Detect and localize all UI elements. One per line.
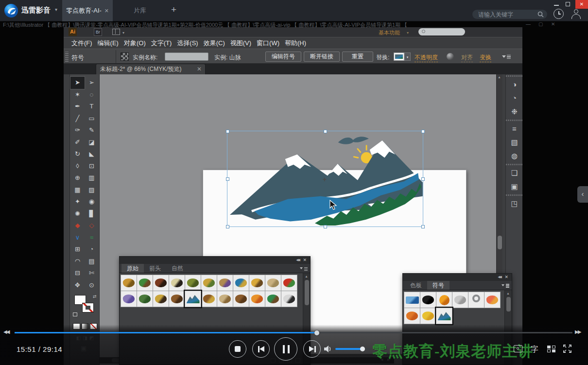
slice-tool[interactable]: ⊟: [70, 267, 85, 279]
arrange-documents-icon[interactable]: [112, 29, 120, 35]
selection-handle[interactable]: [421, 177, 425, 181]
color-panel-icon[interactable]: ◑: [506, 78, 522, 91]
symbol-orange-orb[interactable]: [436, 292, 452, 308]
progress-bar[interactable]: [15, 332, 572, 333]
chevron-down-icon[interactable]: ▾: [407, 31, 409, 35]
document-close-icon[interactable]: ✕: [197, 64, 202, 74]
swap-fill-stroke-icon[interactable]: ⇄: [93, 294, 97, 299]
reset-button[interactable]: 重置: [342, 52, 373, 62]
break-link-button[interactable]: 断开链接: [304, 52, 340, 62]
knife-tool[interactable]: ✄: [85, 267, 99, 279]
menu-file[interactable]: 文件(F): [71, 39, 92, 48]
fullscreen-button[interactable]: [563, 345, 571, 353]
symbol-mountain[interactable]: [185, 291, 201, 307]
menu-object[interactable]: 对象(O): [124, 39, 146, 48]
transform-link[interactable]: 变换: [480, 53, 491, 62]
scroll-thumb[interactable]: [305, 280, 309, 305]
menu-edit[interactable]: 编辑(E): [98, 39, 119, 48]
symbol-drum[interactable]: [217, 275, 233, 291]
fast-forward-icon[interactable]: ▶▶: [575, 329, 580, 334]
scale-tool[interactable]: ◣: [85, 148, 99, 160]
measure-tool[interactable]: ▤: [85, 256, 99, 268]
opacity-link[interactable]: 不透明度: [415, 53, 438, 62]
edit-symbol-button[interactable]: 编辑符号: [265, 52, 301, 62]
scroll-up-icon[interactable]: ▲: [506, 292, 510, 295]
pen-tool[interactable]: ✒: [70, 101, 85, 113]
tab-original[interactable]: 原始: [121, 264, 144, 273]
hand-tool[interactable]: ✥: [70, 279, 85, 292]
pause-button[interactable]: [274, 337, 297, 361]
panel-grip[interactable]: [506, 74, 522, 78]
search-input[interactable]: [477, 10, 535, 19]
symbol-pot[interactable]: [201, 291, 217, 307]
type-tool[interactable]: T: [85, 101, 99, 113]
rotate-tool[interactable]: ↻: [70, 148, 85, 160]
workspace-switcher[interactable]: 基本功能: [379, 29, 400, 36]
volume-slider[interactable]: [335, 348, 370, 350]
instance-name-input[interactable]: [165, 52, 208, 61]
arc-tool[interactable]: ◠: [70, 256, 85, 268]
symbol-eye[interactable]: [233, 275, 249, 291]
bridge-icon[interactable]: Br: [94, 28, 102, 36]
selection-handle[interactable]: [226, 177, 229, 181]
mesh-tool[interactable]: ▦: [70, 184, 85, 196]
selection-handle[interactable]: [226, 225, 229, 228]
color-themes-panel-icon[interactable]: ❉: [506, 105, 522, 119]
close-panel-icon[interactable]: ✕: [303, 258, 307, 262]
join-tool[interactable]: ∨: [70, 232, 85, 244]
new-tab-button[interactable]: +: [171, 4, 176, 15]
links-panel-icon[interactable]: ◳: [506, 197, 522, 210]
search-icon[interactable]: [537, 11, 544, 17]
symbol-ink-splat[interactable]: [420, 292, 436, 308]
selection-handle[interactable]: [421, 130, 425, 133]
transparency-panel-icon[interactable]: ◍: [506, 149, 522, 163]
menu-help[interactable]: 帮助(H): [285, 39, 306, 48]
artboards-panel-icon[interactable]: ▣: [506, 180, 522, 193]
previous-button[interactable]: [252, 340, 270, 358]
direct-selection-tool[interactable]: ➢: [85, 77, 99, 89]
menu-select[interactable]: 选择(S): [177, 39, 198, 48]
menu-view[interactable]: 视图(V): [230, 39, 251, 48]
user-account-icon[interactable]: [571, 9, 581, 19]
symbol-crocodile[interactable]: [185, 275, 201, 291]
snapshot-button[interactable]: [514, 345, 522, 352]
blob-brush-tool[interactable]: ✐: [70, 137, 85, 149]
symbols-panel-header[interactable]: ◀◀ ✕: [120, 257, 310, 264]
symbol-spear[interactable]: [217, 291, 233, 307]
symbol-sprayer-tool[interactable]: ✺: [70, 208, 85, 220]
color-guide-panel-icon[interactable]: ◔: [506, 91, 522, 105]
symbol-hand[interactable]: [121, 291, 137, 307]
selection-tool[interactable]: ➤: [70, 77, 85, 89]
symbol-flower[interactable]: [281, 275, 297, 291]
selection-handle[interactable]: [226, 130, 229, 133]
symbol-daisy[interactable]: [484, 292, 501, 308]
scroll-thumb[interactable]: [506, 297, 511, 312]
symbol-fire[interactable]: [249, 275, 265, 291]
default-fill-stroke-icon[interactable]: [73, 313, 77, 316]
symbol-armadillo[interactable]: [121, 275, 137, 291]
panel-menu-icon[interactable]: [502, 283, 509, 288]
next-button[interactable]: [303, 340, 321, 358]
close-button[interactable]: ✕: [575, 0, 588, 9]
document-tab[interactable]: 未标题-2* @ 66% (CMYK/预览) ✕: [96, 64, 206, 74]
pencil-tool[interactable]: ✎: [85, 124, 99, 137]
zoom-tool[interactable]: ⊙: [85, 279, 99, 292]
panel-grip[interactable]: [506, 119, 522, 122]
magic-wand-tool[interactable]: ✶: [70, 89, 85, 101]
tab-symbols[interactable]: 符号: [427, 281, 450, 290]
subtitle-button[interactable]: 字: [531, 345, 538, 355]
tab-arrows[interactable]: 箭头: [144, 264, 166, 273]
symbol-maple-leaf-yellow[interactable]: [420, 308, 436, 324]
volume-icon[interactable]: [324, 345, 332, 353]
illustrator-search-field[interactable]: [418, 28, 465, 35]
eyedropper-tool[interactable]: ✦: [70, 196, 85, 208]
panel-menu-icon[interactable]: [300, 266, 308, 271]
layers-panel-icon[interactable]: ❏: [506, 166, 522, 180]
tab-nature[interactable]: 自然: [166, 264, 189, 273]
symbol-twirl[interactable]: [468, 292, 484, 308]
recolor-artwork-icon[interactable]: [447, 53, 454, 60]
panel-grip[interactable]: [506, 193, 522, 197]
volume-handle[interactable]: [360, 347, 365, 351]
symbol-mountain[interactable]: [436, 308, 452, 324]
chevron-down-icon[interactable]: ▾: [122, 31, 124, 35]
